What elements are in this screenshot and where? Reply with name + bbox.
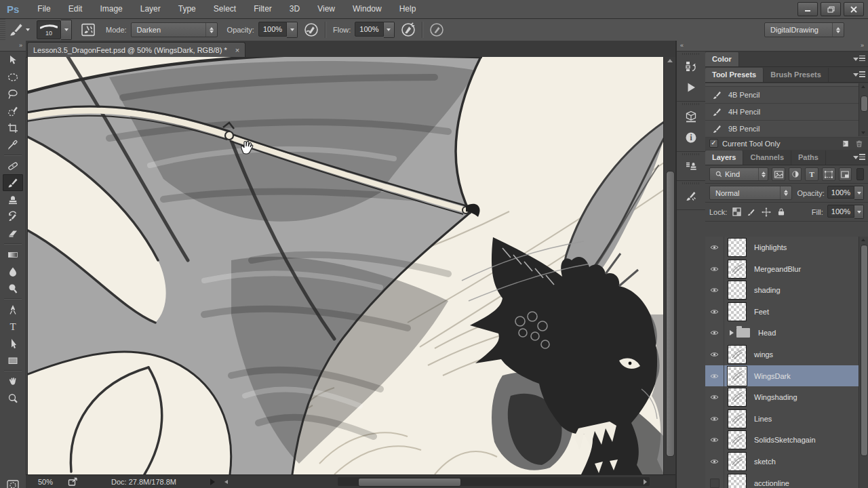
minimize-button[interactable]: [797, 2, 818, 16]
visibility-cell[interactable]: [705, 279, 724, 301]
visibility-eye-icon[interactable]: [710, 265, 719, 273]
brush-picker-arrow[interactable]: [61, 20, 72, 40]
eyedropper-tool[interactable]: [3, 136, 23, 153]
lock-transparency-icon[interactable]: [731, 207, 742, 218]
layer-name[interactable]: Highlights: [754, 243, 787, 251]
layers-opacity-arrow[interactable]: [854, 186, 864, 200]
tab-layers[interactable]: Layers: [705, 150, 743, 165]
iconstrip-expand-icon[interactable]: «: [677, 41, 705, 52]
tab-close-icon[interactable]: ×: [235, 46, 239, 54]
layer-thumbnail[interactable]: [728, 453, 746, 470]
visibility-cell[interactable]: [705, 258, 724, 280]
layer-row-highlights[interactable]: Highlights: [705, 237, 859, 259]
layers-opacity-value[interactable]: 100%: [827, 186, 854, 199]
quick-selection-tool[interactable]: [3, 102, 23, 119]
layers-scroll-up-icon[interactable]: [861, 239, 865, 241]
path-selection-tool[interactable]: [3, 335, 23, 352]
blur-tool[interactable]: [3, 263, 23, 280]
opacity-arrow[interactable]: [287, 22, 298, 38]
visibility-cell[interactable]: [705, 322, 724, 344]
clone-stamp-tool[interactable]: [3, 191, 23, 208]
layer-row-acctionline[interactable]: acctionline: [705, 472, 859, 488]
toggle-brush-panel-icon[interactable]: [80, 22, 96, 38]
restore-button[interactable]: [821, 2, 841, 16]
opacity-field[interactable]: 100%: [258, 22, 298, 38]
visibility-cell[interactable]: [705, 344, 724, 365]
layer-row-solidssketchagain[interactable]: SolidsSketchagain: [705, 429, 859, 451]
visibility-eye-icon[interactable]: [710, 436, 719, 444]
tab-channels[interactable]: Channels: [743, 150, 791, 165]
visibility-cell[interactable]: [705, 365, 724, 387]
color-panel-menu-icon[interactable]: [853, 55, 865, 63]
layer-name[interactable]: Head: [758, 329, 776, 337]
tool-preset-picker-arrow[interactable]: [26, 28, 30, 31]
pressure-size-icon[interactable]: [429, 22, 445, 38]
menu-layer[interactable]: Layer: [132, 0, 170, 18]
tab-brush-presets[interactable]: Brush Presets: [764, 68, 829, 82]
fill-field[interactable]: 100%: [827, 205, 864, 219]
status-left-arrow-icon[interactable]: [224, 480, 228, 484]
tab-tool-presets[interactable]: Tool Presets: [705, 68, 764, 82]
layer-thumbnail[interactable]: [728, 474, 746, 488]
layer-name[interactable]: MergeandBlur: [754, 265, 801, 273]
lasso-tool[interactable]: [3, 85, 23, 102]
layer-name[interactable]: shading: [754, 286, 781, 294]
share-icon[interactable]: [68, 477, 79, 487]
layer-thumbnail[interactable]: [728, 260, 746, 278]
layer-row-feet[interactable]: Feet: [705, 301, 859, 323]
menu-3d[interactable]: 3D: [281, 0, 309, 18]
layer-name[interactable]: wings: [754, 350, 773, 359]
visibility-cell[interactable]: [705, 472, 724, 488]
scroll-right-icon[interactable]: [644, 479, 647, 485]
brush-preset-picker[interactable]: 10: [37, 20, 61, 39]
brush-tool[interactable]: [3, 174, 23, 191]
visibility-cell[interactable]: [705, 237, 724, 258]
layer-row-shading[interactable]: shading: [705, 279, 859, 302]
flow-field[interactable]: 100%: [355, 22, 394, 38]
workspace-dropdown[interactable]: DigitalDrawing: [764, 22, 844, 37]
vertical-scroll-thumb[interactable]: [666, 171, 675, 457]
filter-smart-objects-icon[interactable]: [839, 167, 852, 181]
info-panel-icon[interactable]: i: [679, 127, 703, 148]
visibility-eye-icon[interactable]: [710, 393, 719, 401]
zoom-level[interactable]: 50%: [38, 478, 53, 486]
elliptical-marquee-tool[interactable]: [3, 68, 23, 85]
pressure-opacity-icon[interactable]: [303, 22, 319, 38]
layer-name[interactable]: Wingshading: [754, 393, 797, 401]
tab-paths[interactable]: Paths: [791, 150, 826, 165]
presets-scroll-up-icon[interactable]: [861, 85, 865, 88]
visibility-eye-icon[interactable]: [710, 243, 719, 251]
layer-row-wings[interactable]: wings: [705, 344, 859, 366]
menu-window[interactable]: Window: [344, 0, 391, 18]
layers-scroll-thumb[interactable]: [861, 245, 868, 456]
layers-opacity-field[interactable]: 100%: [827, 186, 864, 200]
dodge-tool[interactable]: [3, 280, 23, 297]
history-panel-icon[interactable]: [679, 56, 703, 77]
menu-select[interactable]: Select: [205, 0, 245, 18]
dock-collapse-icon[interactable]: »: [705, 41, 868, 52]
status-play-icon[interactable]: [210, 479, 215, 485]
layer-name[interactable]: SolidsSketchagain: [754, 436, 816, 444]
menu-filter[interactable]: Filter: [245, 0, 281, 18]
filter-pixel-layers-icon[interactable]: [772, 167, 785, 181]
lock-all-icon[interactable]: [776, 207, 787, 218]
visibility-eye-icon[interactable]: [710, 308, 719, 316]
group-expand-icon[interactable]: [730, 330, 734, 336]
flow-value[interactable]: 100%: [355, 22, 383, 37]
horizontal-scroll-thumb[interactable]: [358, 478, 461, 487]
preset-row[interactable]: 9B Pencil: [705, 121, 868, 138]
move-tool[interactable]: [3, 52, 23, 68]
visibility-cell[interactable]: [705, 301, 724, 323]
filter-shape-layers-icon[interactable]: [822, 167, 835, 181]
menu-view[interactable]: View: [309, 0, 344, 18]
drag-handle[interactable]: [682, 182, 700, 184]
quick-mask-icon[interactable]: [7, 480, 19, 488]
zoom-tool[interactable]: [3, 390, 23, 407]
visibility-eye-icon[interactable]: [710, 372, 719, 380]
pen-tool[interactable]: [3, 301, 23, 318]
brush-tool-icon[interactable]: [8, 22, 24, 38]
filter-toggle[interactable]: [856, 168, 864, 180]
hand-tool[interactable]: [3, 373, 23, 390]
history-brush-tool[interactable]: [3, 208, 23, 225]
visibility-cell[interactable]: [705, 451, 724, 472]
